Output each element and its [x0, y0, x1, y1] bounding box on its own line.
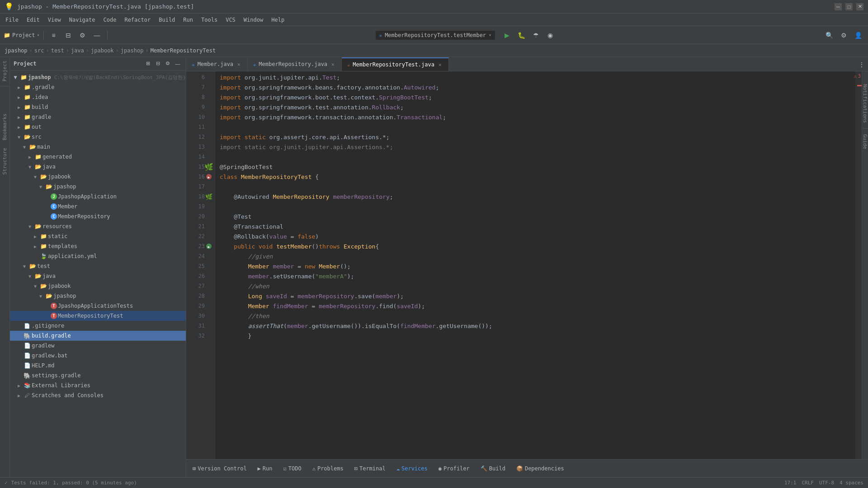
tree-item-jpabook-test[interactable]: ▼ 📂 jpabook [10, 281, 186, 291]
tree-item-member[interactable]: C Member [10, 202, 186, 211]
bottom-tab-problems[interactable]: ⚠ Problems [310, 464, 346, 474]
run-class-icon[interactable]: ▶ [205, 174, 213, 180]
breadcrumb-item-5[interactable]: jpashop [121, 47, 144, 54]
tab-member-repo-java[interactable]: ☕ MemberRepository.java ✕ [248, 57, 342, 71]
bookmarks-label[interactable]: Bookmarks [0, 110, 9, 144]
tree-item-static[interactable]: ▶ 📁 static [10, 231, 186, 241]
tree-item-gradlew[interactable]: 📄 gradlew [10, 341, 186, 351]
tabs-more-button[interactable]: ⋮ [855, 58, 868, 71]
run-config-dropdown-icon[interactable]: ▾ [489, 33, 491, 38]
project-dropdown-icon[interactable]: ▾ [37, 33, 40, 38]
panel-collapse-button[interactable]: ⊟ [153, 59, 162, 68]
run-with-coverage-button[interactable]: ☂ [529, 29, 542, 42]
tree-item-test[interactable]: ▼ 📂 test [10, 261, 186, 271]
tree-root[interactable]: ▼ 📁 jpashop C:\왕뚝배기개발(BackEnd)\SpringBoo… [10, 72, 186, 82]
breadcrumb-item-4[interactable]: jpabook [91, 47, 114, 54]
tree-item-jpabook-main[interactable]: ▼ 📂 jpabook [10, 172, 186, 182]
tree-item-gradlew-bat[interactable]: 📄 gradlew.bat [10, 351, 186, 361]
project-sidebar-label[interactable]: Project [0, 57, 9, 85]
tree-item-src[interactable]: ▼ 📂 src [10, 132, 186, 142]
line-separator[interactable]: CRLF [802, 480, 814, 486]
title-bar-controls[interactable]: ─ □ ✕ [835, 3, 863, 10]
collapse-button[interactable]: ⊟ [62, 29, 75, 42]
breadcrumb-item-6[interactable]: MemberRepositoryTest [151, 47, 216, 54]
menu-run[interactable]: Run [179, 15, 197, 24]
tab-close-member-repo[interactable]: ✕ [330, 61, 336, 68]
tab-close-member-repo-test[interactable]: ✕ [437, 61, 443, 68]
tree-item-application-yml[interactable]: 🍃 application.yml [10, 251, 186, 261]
bottom-tab-dependencies[interactable]: 📦 Dependencies [514, 464, 567, 474]
bottom-tab-services[interactable]: ☁ Services [394, 464, 430, 474]
bottom-tab-profiler[interactable]: ◉ Profiler [436, 464, 472, 474]
tree-item-member-repo-test[interactable]: T MemberRepositoryTest [10, 311, 186, 321]
bottom-tab-version-control[interactable]: ⊞ Version Control [190, 464, 250, 474]
indent-info[interactable]: 4 spaces [840, 480, 863, 486]
tree-item-gradle-hidden[interactable]: ▶ 📁 .gradle [10, 82, 186, 92]
tree-item-build[interactable]: ▶ 📁 build [10, 102, 186, 112]
tree-item-build-gradle[interactable]: 🐘 build.gradle [10, 331, 186, 341]
tree-item-jpashop-application[interactable]: J JpashopApplication [10, 192, 186, 202]
tree-item-idea[interactable]: ▶ 📁 .idea [10, 92, 186, 102]
debug-button[interactable]: 🐛 [515, 29, 528, 42]
menu-help[interactable]: Help [268, 15, 288, 24]
menu-tools[interactable]: Tools [198, 15, 221, 24]
panel-settings-button[interactable]: ⚙ [163, 59, 172, 68]
panel-expand-button[interactable]: ⊞ [143, 59, 152, 68]
menu-refactor[interactable]: Refactor [121, 15, 154, 24]
bottom-tab-todo[interactable]: ☑ TODO [281, 464, 304, 474]
tree-item-scratches[interactable]: ▶ 🖊 Scratches and Consoles [10, 390, 186, 400]
tree-item-jpashop-app-tests[interactable]: T JpashopApplicationTests [10, 301, 186, 311]
settings-gear-button[interactable]: ⚙ [837, 29, 850, 42]
user-button[interactable]: 👤 [852, 29, 864, 42]
tree-item-help-md[interactable]: 📄 HELP.md [10, 361, 186, 371]
breadcrumb-item-3[interactable]: java [71, 47, 84, 54]
menu-window[interactable]: Window [240, 15, 267, 24]
tree-item-external-libs[interactable]: ▶ 📚 External Libraries [10, 380, 186, 390]
menu-navigate[interactable]: Navigate [66, 15, 99, 24]
tree-item-jpashop-test[interactable]: ▼ 📂 jpashop [10, 291, 186, 301]
minimize-button[interactable]: ─ [835, 3, 842, 10]
code-content[interactable]: import org.junit.jupiter.api.Test; impor… [215, 71, 855, 459]
bottom-tab-build[interactable]: 🔨 Build [478, 464, 508, 474]
menu-edit[interactable]: Edit [23, 15, 43, 24]
search-button[interactable]: 🔍 [823, 29, 835, 42]
tab-close-member[interactable]: ✕ [236, 61, 242, 68]
bottom-tab-run[interactable]: ▶ Run [255, 464, 275, 474]
breadcrumb-item-0[interactable]: jpashop [5, 47, 28, 54]
run-method-icon[interactable]: ▶ [205, 243, 213, 249]
tree-item-member-repo[interactable]: C MemberRepository [10, 211, 186, 221]
cursor-position[interactable]: 17:1 [784, 480, 797, 486]
maximize-button[interactable]: □ [845, 3, 853, 10]
tree-item-gitignore[interactable]: 📄 .gitignore [10, 321, 186, 331]
tree-item-java-test[interactable]: ▼ 📂 java [10, 271, 186, 281]
guide-label[interactable]: Guide [861, 131, 868, 153]
tree-item-out[interactable]: ▶ 📁 out [10, 122, 186, 132]
panel-close-button[interactable]: — [173, 59, 182, 68]
profile-button[interactable]: ◉ [544, 29, 557, 42]
settings-button[interactable]: ⚙ [76, 29, 89, 42]
tree-item-main[interactable]: ▼ 📂 main [10, 142, 186, 152]
tab-member-repo-test-java[interactable]: ☕ MemberRepositoryTest.java ✕ [342, 57, 449, 71]
menu-build[interactable]: Build [155, 15, 179, 24]
tree-item-java-main[interactable]: ▼ 📂 java [10, 162, 186, 172]
close-button[interactable]: ✕ [856, 3, 863, 10]
menu-vcs[interactable]: VCS [222, 15, 239, 24]
menu-view[interactable]: View [44, 15, 65, 24]
notifications-label[interactable]: Notifications [861, 80, 868, 127]
tree-item-jpashop-main[interactable]: ▼ 📂 jpashop [10, 182, 186, 192]
encoding[interactable]: UTF-8 [819, 480, 834, 486]
breadcrumb-item-1[interactable]: src [34, 47, 44, 54]
tree-item-generated[interactable]: ▶ 📁 generated [10, 152, 186, 162]
tree-item-gradle[interactable]: ▶ 📁 gradle [10, 112, 186, 122]
tree-item-settings-gradle[interactable]: 🐘 settings.gradle [10, 371, 186, 380]
menu-code[interactable]: Code [100, 15, 120, 24]
bottom-tab-terminal[interactable]: ⊡ Terminal [352, 464, 388, 474]
menu-file[interactable]: File [2, 15, 22, 24]
close-panel-button[interactable]: — [91, 29, 104, 42]
tree-item-templates[interactable]: ▶ 📁 templates [10, 241, 186, 251]
tree-item-resources[interactable]: ▼ 📂 resources [10, 221, 186, 231]
run-button[interactable]: ▶ [500, 29, 513, 42]
expand-all-button[interactable]: ≡ [47, 29, 60, 42]
breadcrumb-item-2[interactable]: test [51, 47, 64, 54]
tab-member-java[interactable]: ☕ Member.java ✕ [186, 57, 248, 71]
